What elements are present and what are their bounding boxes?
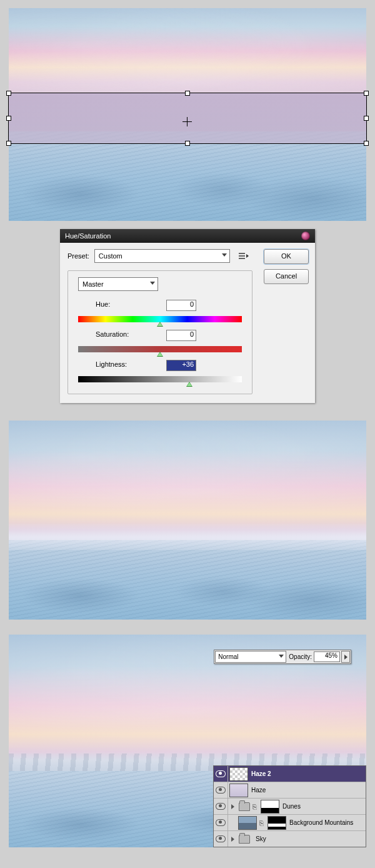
transform-handle[interactable] [364,91,369,96]
sky-region [9,421,366,540]
dialog-title: Hue/Saturation [65,232,111,240]
preset-dropdown[interactable]: Custom [94,249,230,263]
lightness-label[interactable]: Lightness: [96,360,164,368]
visibility-icon[interactable] [216,819,226,826]
slider-thumb[interactable] [186,382,192,387]
canvas-with-transform[interactable] [9,8,366,221]
transform-handle[interactable] [364,116,369,121]
haze-band [9,524,366,549]
layers-panel: Haze 2 Haze ⎘ Dunes ⎘ Background Mountai… [213,765,366,847]
layer-mask-thumbnail[interactable] [261,800,279,814]
channel-dropdown[interactable]: Master [78,277,158,291]
folder-icon [239,835,250,844]
transform-handle[interactable] [6,91,11,96]
channel-fieldset: Master Hue: 0 Saturation: 0 Lightness: +… [68,270,252,394]
canvas-result-haze[interactable] [9,421,366,620]
blend-mode-dropdown[interactable]: Normal [215,651,286,663]
preset-label: Preset: [68,252,89,260]
saturation-input[interactable]: 0 [166,330,196,341]
visibility-icon[interactable] [216,770,226,777]
blend-mode-bar: Normal Opacity: 45% [214,650,351,664]
visibility-icon[interactable] [216,835,226,842]
chevron-down-icon [222,253,227,257]
saturation-label[interactable]: Saturation: [96,330,164,338]
slider-thumb[interactable] [157,322,163,327]
transform-handle[interactable] [364,141,369,146]
opacity-label[interactable]: Opacity: [289,653,312,660]
slider-thumb[interactable] [157,352,163,357]
transform-handle[interactable] [6,116,11,121]
hue-slider[interactable] [78,316,242,322]
chevron-down-icon [150,282,155,285]
visibility-icon[interactable] [216,787,226,794]
ok-button[interactable]: OK [264,249,309,264]
hue-saturation-dialog: Hue/Saturation Preset: Custom OK Cancel … [60,229,315,403]
visibility-icon[interactable] [216,803,226,810]
opacity-input[interactable]: 45% [314,651,340,662]
dialog-titlebar[interactable]: Hue/Saturation [60,229,315,243]
layer-thumbnail[interactable] [229,767,248,781]
transform-handle[interactable] [6,141,11,146]
close-icon[interactable] [301,232,310,240]
dunes-region [9,540,366,620]
channel-value: Master [82,280,104,288]
layer-row-haze[interactable]: Haze [214,782,366,799]
chevron-right-icon [344,655,348,660]
cancel-button[interactable]: Cancel [264,269,309,284]
layer-thumbnail[interactable] [238,816,257,830]
lightness-input[interactable]: +36 [166,360,196,371]
layer-row-sky[interactable]: Sky [214,831,366,847]
layer-name[interactable]: Dunes [281,803,301,810]
link-icon[interactable]: ⎘ [252,802,258,811]
transform-handle[interactable] [185,91,190,96]
folder-icon [239,802,250,811]
link-icon[interactable]: ⎘ [259,819,264,827]
layer-row-haze2[interactable]: Haze 2 [214,766,366,782]
blend-mode-value: Normal [218,653,238,660]
preset-value: Custom [99,252,122,260]
layer-row-dunes[interactable]: ⎘ Dunes [214,799,366,815]
layer-thumbnail[interactable] [229,784,248,797]
saturation-slider[interactable] [78,346,242,352]
expand-icon[interactable] [231,837,234,842]
hue-input[interactable]: 0 [166,300,196,311]
opacity-slider-flyout[interactable] [341,651,350,663]
layer-name[interactable]: Haze 2 [250,770,271,777]
layer-mask-thumbnail[interactable] [268,816,286,830]
layer-name[interactable]: Sky [252,835,266,842]
layer-name[interactable]: Background Mountains [288,819,353,826]
lightness-slider[interactable] [78,376,242,382]
layer-row-mountains[interactable]: ⎘ Background Mountains [214,815,366,831]
expand-icon[interactable] [231,804,234,809]
hue-label[interactable]: Hue: [96,300,164,308]
chevron-down-icon [279,655,284,658]
transform-bounding-box[interactable] [9,93,366,143]
transform-handle[interactable] [185,141,190,146]
preset-options-icon[interactable] [239,252,249,260]
canvas-with-layers-panel[interactable]: Normal Opacity: 45% Haze 2 Haze ⎘ Dunes [9,635,366,847]
layer-name[interactable]: Haze [250,787,266,794]
